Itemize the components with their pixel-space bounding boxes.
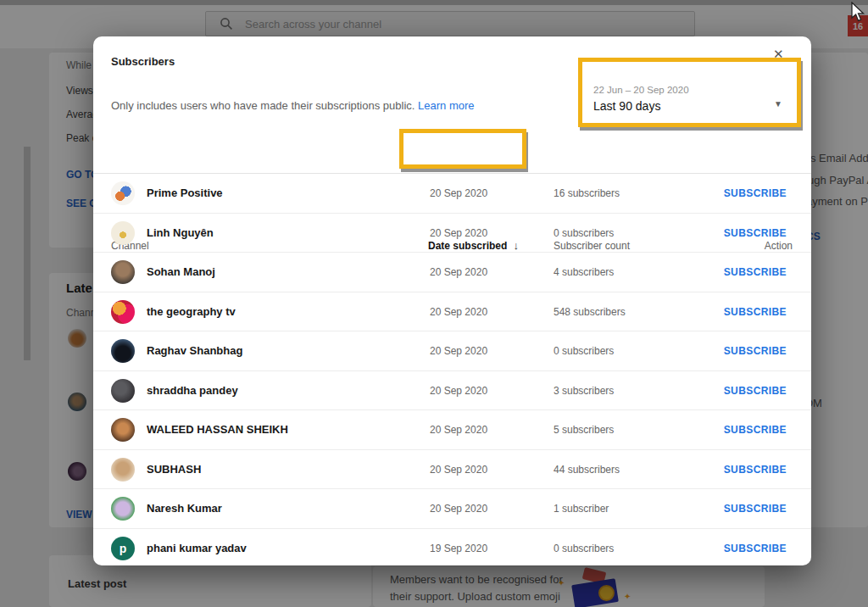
avatar-initial [111,221,135,245]
table-row: Sohan Manoj 20 Sep 2020 4 subscribers SU… [93,253,811,292]
subscribe-button[interactable]: SUBSCRIBE [724,345,787,357]
date-subscribed: 20 Sep 2020 [430,503,487,515]
close-icon[interactable]: ✕ [773,47,784,62]
avatar-initial [111,339,135,363]
avatar: p [111,537,135,560]
avatar-initial [111,260,135,284]
channel-name[interactable]: shraddha pandey [147,384,238,397]
channel-name[interactable]: Sohan Manoj [147,265,215,278]
date-subscribed: 19 Sep 2020 [430,543,487,554]
subscribe-button[interactable]: SUBSCRIBE [724,306,787,318]
subscriber-count: 5 subscribers [554,424,614,436]
date-range-text: 22 Jun – 20 Sep 2020 [593,85,689,95]
channel-name[interactable]: Naresh Kumar [147,502,222,515]
table-row: Linh Nguyên 20 Sep 2020 0 subscribers SU… [93,214,811,253]
channel-name[interactable]: Prime Positive [147,187,223,199]
table-row: WALEED HASSAN SHEIKH 20 Sep 2020 5 subsc… [93,410,811,450]
chevron-down-icon[interactable]: ▼ [774,99,782,109]
table-row: Prime Positive 20 Sep 2020 16 subscriber… [93,174,811,214]
subscribe-button[interactable]: SUBSCRIBE [724,187,787,199]
date-subscribed: 20 Sep 2020 [430,464,487,476]
avatar [111,339,135,363]
table-row: shraddha pandey 20 Sep 2020 3 subscriber… [93,371,811,411]
avatar [111,181,135,205]
screen: 16 While Views Averag Peak c GO TO SEE C… [0,0,868,607]
avatar [111,221,135,245]
date-subscribed: 20 Sep 2020 [430,227,487,239]
subscribe-button[interactable]: SUBSCRIBE [724,464,787,476]
avatar-initial [111,458,135,482]
subscriber-count: 0 subscribers [554,227,614,239]
avatar-initial [111,497,135,521]
subscribe-button[interactable]: SUBSCRIBE [724,543,787,554]
channel-name[interactable]: WALEED HASSAN SHEIKH [147,423,288,436]
subscribe-button[interactable]: SUBSCRIBE [724,424,787,436]
subscriber-count: 16 subscribers [554,187,620,199]
avatar [111,260,135,284]
channel-name[interactable]: SUBHASH [147,463,201,476]
avatar-initial: p [111,537,135,560]
avatar [111,418,135,442]
subscriber-count: 1 subscriber [554,503,609,515]
avatar-initial [111,300,135,324]
subtitle-text: Only includes users who have made their … [111,99,415,112]
date-subscribed: 20 Sep 2020 [430,385,487,397]
subscribe-button[interactable]: SUBSCRIBE [724,503,787,515]
date-subscribed: 20 Sep 2020 [430,266,487,278]
channel-name[interactable]: the geography tv [147,305,236,318]
date-subscribed: 20 Sep 2020 [430,187,487,199]
learn-more-link[interactable]: Learn more [418,99,474,112]
subscriber-count: 0 subscribers [554,543,614,554]
subscriber-table: Prime Positive 20 Sep 2020 16 subscriber… [93,174,811,565]
avatar [111,497,135,521]
channel-name[interactable]: Linh Nguyên [147,226,214,239]
subscriber-count: 4 subscribers [554,266,614,278]
subscriber-count: 44 subscribers [554,464,620,476]
avatar-initial [111,418,135,442]
avatar-initial [111,181,135,205]
subscriber-count: 3 subscribers [554,385,614,397]
mouse-cursor [849,2,868,24]
avatar [111,458,135,482]
subscribe-button[interactable]: SUBSCRIBE [724,227,787,239]
dialog-subtitle: Only includes users who have made their … [111,99,475,112]
channel-name[interactable]: phani kumar yadav [147,542,247,554]
subscribe-button[interactable]: SUBSCRIBE [724,266,787,278]
table-row: p phani kumar yadav 19 Sep 2020 0 subscr… [93,529,811,566]
table-row: Raghav Shanbhag 20 Sep 2020 0 subscriber… [93,331,811,371]
table-row: Naresh Kumar 20 Sep 2020 1 subscriber SU… [93,489,811,529]
subscribe-button[interactable]: SUBSCRIBE [724,385,787,397]
dialog-title: Subscribers [111,55,175,68]
subscriber-count: 0 subscribers [554,345,614,357]
avatar [111,300,135,324]
subscribers-dialog: Subscribers ✕ Only includes users who ha… [93,36,811,565]
subscriber-count: 548 subscribers [554,306,626,318]
table-header: Channel Date subscribed↓ Subscriber coun… [93,131,811,174]
table-row: the geography tv 20 Sep 2020 548 subscri… [93,292,811,332]
channel-name[interactable]: Raghav Shanbhag [147,344,242,357]
date-subscribed: 20 Sep 2020 [430,424,487,436]
avatar [111,379,135,403]
date-subscribed: 20 Sep 2020 [430,306,487,318]
table-row: SUBHASH 20 Sep 2020 44 subscribers SUBSC… [93,450,811,490]
date-subscribed: 20 Sep 2020 [430,345,487,357]
avatar-initial [111,379,135,403]
date-range-selector[interactable]: Last 90 days [593,99,660,113]
